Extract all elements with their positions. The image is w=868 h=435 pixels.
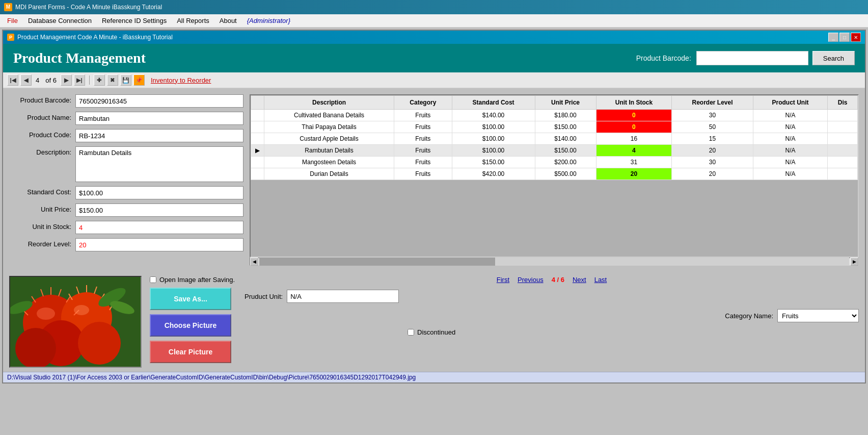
table-scroll-area[interactable]: Description Category Standard Cost Unit … xyxy=(250,94,859,258)
table-row[interactable]: ▶ Rambutan Details Fruits $100.00 $150.0… xyxy=(251,145,858,157)
image-buttons-area: Open Image after Saving. Save As... Choo… xyxy=(150,276,236,363)
save-as-button[interactable]: Save As... xyxy=(150,288,231,310)
add-button[interactable]: ✚ xyxy=(94,74,105,86)
row-indicator xyxy=(251,168,264,180)
row-unit-price: $500.00 xyxy=(535,168,596,180)
nav-first-button[interactable]: |◀ xyxy=(7,74,18,86)
row-reorder: 20 xyxy=(672,168,753,180)
status-path: D:\Visual Studio 2017 (1)\For Access 200… xyxy=(7,374,416,381)
col-dis: Dis xyxy=(828,96,858,110)
col-stock: Unit In Stock xyxy=(596,96,672,110)
row-category: Fruits xyxy=(394,157,452,168)
cost-row: Standard Cost: xyxy=(9,186,243,199)
nav-next-button[interactable]: ▶ xyxy=(61,74,72,86)
row-category: Fruits xyxy=(394,110,452,121)
barcode-field[interactable] xyxy=(75,94,243,108)
next-button[interactable]: Next xyxy=(573,276,586,284)
stock-field[interactable] xyxy=(75,221,243,234)
bookmark-button[interactable]: 📌 xyxy=(133,74,145,86)
reorder-label: Reorder Level: xyxy=(9,238,75,248)
scroll-track[interactable] xyxy=(259,258,849,266)
row-unit: N/A xyxy=(753,133,827,145)
menu-about[interactable]: About xyxy=(214,15,242,27)
code-row: Product Code: xyxy=(9,129,243,142)
discontinued-checkbox[interactable] xyxy=(408,329,414,336)
col-std-cost: Standard Cost xyxy=(452,96,535,110)
scroll-left-button[interactable]: ◀ xyxy=(250,258,258,266)
menu-file[interactable]: File xyxy=(2,15,23,27)
row-indicator xyxy=(251,110,264,121)
menu-db[interactable]: Database Connection xyxy=(23,15,97,27)
app-icon: M xyxy=(4,3,12,11)
menu-refid[interactable]: Reference ID Settings xyxy=(97,15,172,27)
menu-reports[interactable]: All Reports xyxy=(172,15,214,27)
product-table: Description Category Standard Cost Unit … xyxy=(251,95,858,180)
outer-window: P Product Management Code A Minute - iBa… xyxy=(2,30,866,383)
open-image-row: Open Image after Saving. xyxy=(150,276,236,284)
product-form: Product Barcode: Product Name: Product C… xyxy=(9,94,243,266)
scroll-thumb[interactable] xyxy=(259,258,495,266)
row-stock: 0 xyxy=(596,110,672,121)
row-stock: 16 xyxy=(596,133,672,145)
search-button[interactable]: Search xyxy=(812,51,855,65)
bottom-section: Open Image after Saving. Save As... Choo… xyxy=(3,272,865,372)
table-row[interactable]: Mangosteen Details Fruits $150.00 $200.0… xyxy=(251,157,858,168)
row-indicator xyxy=(251,157,264,168)
table-header-row: Description Category Standard Cost Unit … xyxy=(251,96,858,110)
price-row: Unit Price: xyxy=(9,203,243,217)
product-unit-field[interactable] xyxy=(287,290,399,303)
row-unit-price: $150.00 xyxy=(535,145,596,157)
name-field[interactable] xyxy=(75,112,243,125)
reorder-field[interactable] xyxy=(75,238,243,251)
category-name-label: Category Name: xyxy=(725,312,773,320)
row-reorder: 15 xyxy=(672,133,753,145)
first-button[interactable]: First xyxy=(497,276,509,284)
choose-picture-button[interactable]: Choose Picture xyxy=(150,314,231,337)
barcode-search-input[interactable] xyxy=(696,51,808,65)
row-stock: 4 xyxy=(596,145,672,157)
col-category: Category xyxy=(394,96,452,110)
save-button[interactable]: 💾 xyxy=(120,74,131,86)
table-row[interactable]: Custard Apple Details Fruits $100.00 $14… xyxy=(251,133,858,145)
category-select[interactable]: Fruits Vegetables Other xyxy=(777,309,859,322)
page-number: 4 xyxy=(36,76,39,84)
desc-field[interactable]: Rambutan Details xyxy=(75,146,243,182)
table-row[interactable]: Cultivated Banana Details Fruits $140.00… xyxy=(251,110,858,121)
previous-button[interactable]: Previous xyxy=(518,276,544,284)
desc-row: Description: Rambutan Details xyxy=(9,146,243,182)
open-image-checkbox[interactable] xyxy=(150,276,156,283)
maximize-button[interactable]: □ xyxy=(839,33,850,42)
row-dis xyxy=(828,110,858,121)
delete-button[interactable]: ✖ xyxy=(107,74,118,86)
horizontal-scrollbar[interactable]: ◀ ▶ xyxy=(250,258,859,266)
col-indicator xyxy=(251,96,264,110)
table-row[interactable]: Durian Details Fruits $420.00 $500.00 20… xyxy=(251,168,858,180)
code-field[interactable] xyxy=(75,129,243,142)
svg-point-5 xyxy=(15,328,56,368)
page-total: of 6 xyxy=(45,76,57,84)
nav-prev-button[interactable]: ◀ xyxy=(20,74,32,86)
close-button[interactable]: ✕ xyxy=(851,33,861,42)
last-button[interactable]: Last xyxy=(594,276,607,284)
inner-window-title-bar: P Product Management Code A Minute - iBa… xyxy=(3,31,865,44)
row-description: Thai Papaya Details xyxy=(264,121,394,133)
row-std-cost: $100.00 xyxy=(452,145,535,157)
reorder-row: Reorder Level: xyxy=(9,238,243,251)
row-reorder: 30 xyxy=(672,110,753,121)
nav-last-button[interactable]: ▶| xyxy=(74,74,85,86)
inventory-link[interactable]: Inventory to Reorder xyxy=(151,76,211,84)
row-category: Fruits xyxy=(394,145,452,157)
cost-label: Standard Cost: xyxy=(9,186,75,196)
row-indicator xyxy=(251,133,264,145)
minimize-button[interactable]: _ xyxy=(828,33,838,42)
row-unit-price: $200.00 xyxy=(535,157,596,168)
inner-window-title: Product Management Code A Minute - iBass… xyxy=(17,34,173,41)
scroll-right-button[interactable]: ▶ xyxy=(850,258,858,266)
price-field[interactable] xyxy=(75,203,243,217)
col-unit: Product Unit xyxy=(753,96,827,110)
open-image-label: Open Image after Saving. xyxy=(159,276,235,284)
clear-picture-button[interactable]: Clear Picture xyxy=(150,341,231,363)
cost-field[interactable] xyxy=(75,186,243,199)
table-row[interactable]: Thai Papaya Details Fruits $100.00 $150.… xyxy=(251,121,858,133)
nav-area: First Previous 4 / 6 Next Last Pruduct U… xyxy=(245,276,859,336)
